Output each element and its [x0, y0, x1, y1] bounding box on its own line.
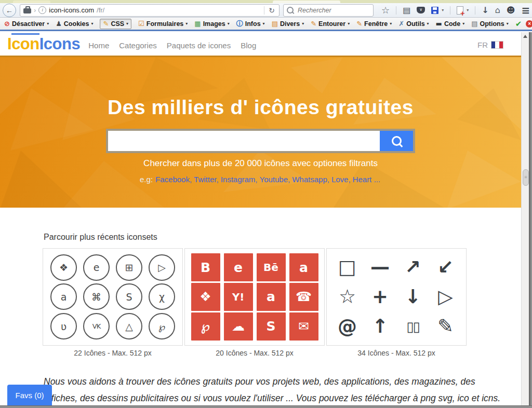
windows-icon[interactable]: ⊞	[116, 254, 142, 281]
briefcase-icon[interactable]	[23, 8, 31, 13]
pause-icon[interactable]: ▯▯	[406, 316, 419, 337]
hero-search-button[interactable]	[380, 131, 413, 151]
url-bar[interactable]: › i icon-icons.com/fr/ ↻	[20, 4, 280, 17]
iconset-card-red[interactable]: B e Bē a ❖ Y! a ☎ ℘ ☁ S ✉	[184, 248, 325, 346]
plus-icon[interactable]: +	[372, 287, 388, 307]
iconset-card-outline[interactable]: ❖ e ⊞ ▷ a ⌘ S χ ʋ VK △ ℘	[43, 248, 183, 346]
pocket-icon[interactable]: ∨	[417, 7, 425, 13]
skype-icon[interactable]: S	[257, 312, 286, 341]
bookmark-star-icon[interactable]: ☆	[381, 6, 390, 15]
favs-button[interactable]: Favs (0)	[7, 385, 52, 405]
example-link-heart[interactable]: Heart ...	[353, 175, 380, 184]
info-circle-icon: ⓘ	[236, 20, 243, 27]
nav-item-home[interactable]: Home	[88, 41, 109, 50]
document-plus-icon[interactable]: +	[457, 6, 463, 15]
site-logo[interactable]: IconIcons	[7, 35, 80, 53]
blogger-icon[interactable]: B	[191, 253, 220, 281]
webdev-label: Fenêtre	[364, 20, 388, 28]
arrow-up-right-icon[interactable]: ↗	[405, 257, 421, 278]
scrollbar-thumb[interactable]: ≡	[523, 169, 529, 186]
browser-search-input[interactable]	[297, 6, 356, 15]
webdev-item-cookies[interactable]: ♟ Cookies ▾	[56, 20, 93, 28]
skype-icon[interactable]: S	[116, 283, 142, 310]
pencil-icon[interactable]: ✎	[437, 316, 454, 337]
arrow-down-icon[interactable]: ↓	[405, 287, 421, 307]
minus-icon[interactable]: —	[370, 257, 390, 278]
vk-icon[interactable]: VK	[83, 313, 110, 339]
site-info-icon[interactable]: i	[38, 6, 46, 14]
whatsapp-icon[interactable]: ☎	[289, 283, 318, 311]
xing-icon[interactable]: χ	[149, 283, 175, 310]
caret-down-icon: ▾	[185, 21, 188, 26]
email-icon[interactable]: ✉	[289, 312, 318, 341]
pinterest-icon[interactable]: ℘	[149, 313, 175, 339]
example-link-youtube[interactable]: Youtube,	[260, 175, 290, 184]
download-icon[interactable]: ↓	[482, 6, 488, 15]
iconset-card-symbols[interactable]: □ — ↗ ↙ ☆ + ↓ ▷ @ ↑ ▯▯ ✎	[326, 248, 467, 346]
apple-icon[interactable]: ⌘	[83, 283, 110, 310]
google-play-icon[interactable]: ▷	[149, 254, 175, 281]
evernote-icon[interactable]: e	[83, 254, 110, 281]
save-icon[interactable]	[431, 7, 438, 14]
pencil-icon: ✎	[103, 20, 109, 27]
at-sign-icon[interactable]: @	[338, 316, 357, 337]
example-link-love[interactable]: Love,	[331, 175, 351, 184]
android-icon[interactable]: a	[50, 283, 77, 310]
nav-item-categories[interactable]: Categories	[119, 41, 157, 50]
webdev-item-css[interactable]: ✎ CSS ▾	[100, 19, 131, 29]
webdev-item-images[interactable]: ▦ Images ▾	[194, 20, 229, 28]
webdev-item-options[interactable]: ▤ Options ▾	[471, 20, 509, 28]
nav-item-paquets[interactable]: Paquets de icones	[167, 41, 231, 50]
caret-down-icon[interactable]: ▾	[442, 8, 444, 12]
hero-section: Des milliers d' icônes gratuites Cherche…	[0, 56, 521, 208]
webdev-item-infos[interactable]: ⓘ Infos ▾	[236, 20, 265, 28]
scrollbar[interactable]: ≡	[521, 32, 529, 405]
webdev-item-divers[interactable]: ▤ Divers ▾	[272, 20, 304, 28]
back-button[interactable]: ←	[3, 4, 16, 17]
example-link-twitter[interactable]: Twitter,	[194, 175, 219, 184]
hero-search-bar	[106, 129, 415, 153]
star-icon[interactable]: ☆	[339, 287, 356, 307]
toolbar-divider	[450, 6, 450, 15]
dropbox-icon[interactable]: ❖	[50, 254, 77, 281]
validation-check-icon[interactable]: ✔	[515, 19, 522, 29]
webdev-label: Entourer	[318, 20, 345, 28]
webdev-item-outils[interactable]: ✗ Outils ▾	[398, 20, 429, 28]
android-icon[interactable]: a	[289, 253, 318, 281]
example-link-instagram[interactable]: Instagram,	[221, 175, 258, 184]
example-link-facebook[interactable]: Facebook,	[155, 175, 192, 184]
amazon-icon[interactable]: a	[257, 283, 286, 311]
feedback-smiley-icon[interactable]: ☻	[507, 6, 515, 15]
webdev-item-fenetre[interactable]: ✎ Fenêtre ▾	[356, 20, 392, 28]
snapchat-icon[interactable]: ☁	[224, 312, 253, 341]
vine-icon[interactable]: ʋ	[50, 313, 77, 339]
error-icon[interactable]: ×	[526, 20, 532, 28]
webdev-item-desactiver[interactable]: ⊘ Désactiver ▾	[4, 20, 49, 28]
image-icon: ▦	[194, 20, 201, 27]
examples-label: e.g:	[140, 175, 153, 184]
yahoo-icon[interactable]: Y!	[224, 283, 253, 311]
webdev-item-formulaires[interactable]: ☑ Formulaires ▾	[138, 20, 188, 28]
clipboard-icon[interactable]: ▤	[403, 6, 410, 15]
arrow-down-left-icon[interactable]: ↙	[437, 257, 454, 278]
menu-icon[interactable]: ≡	[522, 6, 530, 15]
webdev-item-entourer[interactable]: ✎ Entourer ▾	[311, 20, 350, 28]
caret-down-icon[interactable]: ▾	[467, 8, 469, 12]
hero-search-input[interactable]	[108, 131, 380, 151]
nav-item-blog[interactable]: Blog	[241, 41, 256, 50]
webdev-item-code[interactable]: ▬ Code ▾	[436, 20, 465, 28]
behance-icon[interactable]: Bē	[257, 253, 286, 281]
app-store-icon[interactable]: △	[116, 313, 142, 339]
square-icon[interactable]: □	[338, 257, 356, 278]
dropbox-icon[interactable]: ❖	[191, 283, 220, 311]
language-selector[interactable]: FR	[477, 40, 503, 49]
home-icon[interactable]: ⌂	[495, 6, 500, 15]
arrow-up-icon[interactable]: ↑	[372, 316, 388, 337]
browser-search-box[interactable]	[283, 4, 374, 17]
reload-button[interactable]: ↻	[264, 6, 276, 15]
evernote-icon[interactable]: e	[224, 253, 253, 281]
play-icon[interactable]: ▷	[438, 287, 453, 307]
example-link-whatsapp[interactable]: Whatsapp,	[292, 175, 329, 184]
scrollbar-up-arrow[interactable]	[522, 32, 529, 40]
pinterest-icon[interactable]: ℘	[191, 312, 220, 341]
